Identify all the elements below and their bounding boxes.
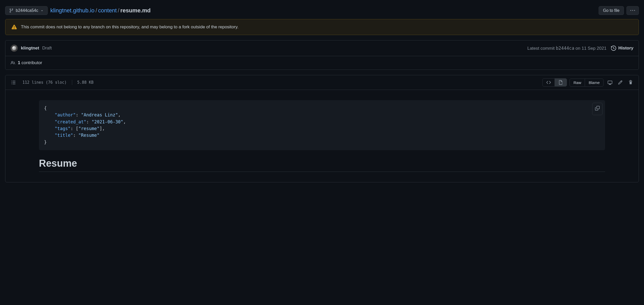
commit-date: on 11 Sep 2021: [575, 46, 606, 51]
breadcrumb-dir[interactable]: content: [98, 7, 117, 14]
commit-author[interactable]: klingtnet: [21, 46, 39, 51]
file-lines: 112 lines (76 sloc): [22, 80, 67, 85]
code-icon: [546, 80, 551, 85]
file-view: 112 lines (76 sloc) 5.88 KB Raw Blame: [5, 75, 639, 182]
rendered-view-button[interactable]: [555, 79, 567, 86]
breadcrumb: klingtnet.github.io / content / resume.m…: [50, 7, 151, 14]
orphan-commit-warning: This commit does not belong to any branc…: [5, 19, 639, 35]
list-icon: [11, 80, 16, 85]
people-icon: [11, 61, 15, 65]
avatar[interactable]: [11, 45, 18, 52]
file-size: 5.88 KB: [77, 80, 94, 85]
branch-ref: b2444ca54c: [16, 8, 38, 13]
contributor-count: 1: [18, 60, 20, 65]
pencil-icon: [618, 80, 623, 85]
file-icon: [558, 80, 563, 85]
chevron-down-icon: [40, 9, 44, 12]
history-icon: [611, 46, 616, 51]
copy-icon: [595, 106, 600, 111]
raw-button[interactable]: Raw: [570, 79, 585, 86]
warning-text: This commit does not belong to any branc…: [21, 24, 238, 30]
breadcrumb-separator: /: [118, 7, 119, 14]
commit-info-box: klingtnet Draft Latest commit b2444ca on…: [5, 40, 639, 70]
source-view-button[interactable]: [543, 79, 555, 86]
raw-blame-group: Raw Blame: [569, 79, 604, 87]
latest-commit-label: Latest commit: [527, 46, 555, 51]
breadcrumb-repo[interactable]: klingtnet.github.io: [50, 7, 94, 14]
breadcrumb-separator: /: [95, 7, 97, 14]
page-title: Resume: [39, 158, 605, 172]
frontmatter-code-block: { "author": "Andreas Linz", "created_at"…: [39, 100, 605, 150]
delete-button[interactable]: [627, 79, 634, 86]
commit-message[interactable]: Draft: [42, 46, 52, 51]
copy-button[interactable]: [592, 103, 602, 115]
blame-button[interactable]: Blame: [585, 79, 603, 86]
more-actions-button[interactable]: [626, 6, 639, 15]
desktop-icon: [608, 80, 612, 85]
history-link[interactable]: History: [611, 46, 633, 51]
desktop-button[interactable]: [606, 79, 614, 86]
outline-toggle[interactable]: [10, 79, 17, 86]
git-branch-icon: [9, 8, 14, 13]
kebab-horizontal-icon: [630, 8, 635, 13]
view-toggle: [542, 78, 567, 87]
branch-selector[interactable]: b2444ca54c: [5, 6, 48, 15]
breadcrumb-file: resume.md: [120, 7, 151, 14]
go-to-file-button[interactable]: Go to file: [599, 6, 624, 15]
contributor-label: contributor: [21, 60, 42, 65]
edit-button[interactable]: [616, 79, 624, 86]
commit-hash[interactable]: b2444ca: [556, 46, 574, 51]
alert-icon: [12, 24, 17, 30]
trash-icon: [628, 80, 633, 85]
